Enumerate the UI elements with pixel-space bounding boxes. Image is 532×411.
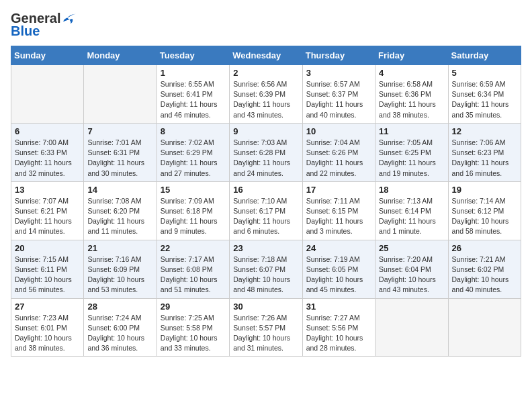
day-number: 26 (452, 243, 517, 253)
calendar-cell: 7Sunrise: 7:01 AM Sunset: 6:31 PM Daylig… (84, 123, 157, 181)
calendar-cell: 30Sunrise: 7:26 AM Sunset: 5:57 PM Dayli… (230, 298, 302, 357)
weekday-header-wednesday: Wednesday (230, 46, 302, 65)
weekday-header-tuesday: Tuesday (157, 46, 229, 65)
day-number: 13 (15, 185, 80, 195)
calendar-cell: 4Sunrise: 6:58 AM Sunset: 6:36 PM Daylig… (375, 65, 448, 124)
day-number: 22 (161, 243, 226, 253)
day-info: Sunrise: 6:57 AM Sunset: 6:37 PM Dayligh… (306, 79, 371, 120)
weekday-header-sunday: Sunday (11, 46, 84, 65)
day-number: 28 (87, 302, 152, 312)
calendar-cell (375, 298, 448, 357)
day-info: Sunrise: 7:04 AM Sunset: 6:26 PM Dayligh… (306, 138, 371, 179)
calendar-cell: 11Sunrise: 7:05 AM Sunset: 6:25 PM Dayli… (375, 123, 448, 181)
day-info: Sunrise: 6:59 AM Sunset: 6:34 PM Dayligh… (452, 79, 517, 120)
calendar-cell: 2Sunrise: 6:56 AM Sunset: 6:39 PM Daylig… (230, 65, 302, 124)
day-info: Sunrise: 7:18 AM Sunset: 6:07 PM Dayligh… (233, 255, 298, 295)
calendar-cell: 28Sunrise: 7:24 AM Sunset: 6:00 PM Dayli… (84, 298, 157, 357)
day-number: 5 (452, 68, 517, 78)
day-info: Sunrise: 7:07 AM Sunset: 6:21 PM Dayligh… (15, 196, 80, 237)
day-info: Sunrise: 7:19 AM Sunset: 6:05 PM Dayligh… (306, 255, 371, 295)
day-info: Sunrise: 7:08 AM Sunset: 6:20 PM Dayligh… (87, 196, 152, 237)
calendar-cell (448, 298, 521, 357)
day-number: 29 (161, 302, 226, 312)
calendar-cell: 3Sunrise: 6:57 AM Sunset: 6:37 PM Daylig… (302, 65, 375, 124)
logo: General Blue (11, 11, 77, 39)
day-info: Sunrise: 7:09 AM Sunset: 6:18 PM Dayligh… (161, 196, 226, 237)
day-number: 19 (452, 185, 517, 195)
calendar-cell: 21Sunrise: 7:16 AM Sunset: 6:09 PM Dayli… (84, 240, 157, 298)
day-info: Sunrise: 7:10 AM Sunset: 6:17 PM Dayligh… (233, 196, 298, 237)
day-number: 14 (87, 185, 152, 195)
day-number: 11 (379, 126, 444, 136)
calendar-cell: 9Sunrise: 7:03 AM Sunset: 6:28 PM Daylig… (230, 123, 302, 181)
calendar-cell: 25Sunrise: 7:20 AM Sunset: 6:04 PM Dayli… (375, 240, 448, 298)
calendar-cell: 19Sunrise: 7:14 AM Sunset: 6:12 PM Dayli… (448, 181, 521, 240)
day-number: 23 (233, 243, 298, 253)
day-number: 1 (161, 68, 226, 78)
day-number: 17 (306, 185, 371, 195)
day-info: Sunrise: 7:14 AM Sunset: 6:12 PM Dayligh… (452, 196, 517, 237)
day-number: 2 (233, 68, 298, 78)
calendar-cell: 18Sunrise: 7:13 AM Sunset: 6:14 PM Dayli… (375, 181, 448, 240)
page: General Blue SundayMondayTuesdayWednesda… (0, 0, 532, 367)
weekday-header-thursday: Thursday (302, 46, 375, 65)
day-info: Sunrise: 7:16 AM Sunset: 6:09 PM Dayligh… (87, 255, 152, 295)
calendar-week-1: 1Sunrise: 6:55 AM Sunset: 6:41 PM Daylig… (11, 65, 521, 124)
calendar-cell: 22Sunrise: 7:17 AM Sunset: 6:08 PM Dayli… (157, 240, 229, 298)
weekday-header-monday: Monday (84, 46, 157, 65)
day-number: 20 (15, 243, 80, 253)
calendar-week-4: 20Sunrise: 7:15 AM Sunset: 6:11 PM Dayli… (11, 240, 521, 298)
calendar-cell: 8Sunrise: 7:02 AM Sunset: 6:29 PM Daylig… (157, 123, 229, 181)
day-number: 16 (233, 185, 298, 195)
calendar-cell: 5Sunrise: 6:59 AM Sunset: 6:34 PM Daylig… (448, 65, 521, 124)
day-info: Sunrise: 7:20 AM Sunset: 6:04 PM Dayligh… (379, 255, 444, 295)
day-number: 30 (233, 302, 298, 312)
calendar-week-5: 27Sunrise: 7:23 AM Sunset: 6:01 PM Dayli… (11, 298, 521, 357)
day-number: 25 (379, 243, 444, 253)
day-info: Sunrise: 7:24 AM Sunset: 6:00 PM Dayligh… (87, 313, 152, 354)
day-number: 15 (161, 185, 226, 195)
day-info: Sunrise: 7:01 AM Sunset: 6:31 PM Dayligh… (87, 138, 152, 179)
calendar-cell: 17Sunrise: 7:11 AM Sunset: 6:15 PM Dayli… (302, 181, 375, 240)
day-number: 31 (306, 302, 371, 312)
calendar-cell (11, 65, 84, 124)
day-number: 10 (306, 126, 371, 136)
weekday-header-saturday: Saturday (448, 46, 521, 65)
day-number: 21 (87, 243, 152, 253)
calendar-cell: 20Sunrise: 7:15 AM Sunset: 6:11 PM Dayli… (11, 240, 84, 298)
day-info: Sunrise: 7:23 AM Sunset: 6:01 PM Dayligh… (15, 313, 80, 354)
day-info: Sunrise: 7:13 AM Sunset: 6:14 PM Dayligh… (379, 196, 444, 237)
day-number: 24 (306, 243, 371, 253)
day-info: Sunrise: 7:00 AM Sunset: 6:33 PM Dayligh… (15, 138, 80, 179)
calendar-cell: 29Sunrise: 7:25 AM Sunset: 5:58 PM Dayli… (157, 298, 229, 357)
day-info: Sunrise: 7:25 AM Sunset: 5:58 PM Dayligh… (161, 313, 226, 354)
calendar-cell: 16Sunrise: 7:10 AM Sunset: 6:17 PM Dayli… (230, 181, 302, 240)
day-info: Sunrise: 7:15 AM Sunset: 6:11 PM Dayligh… (15, 255, 80, 295)
logo-bird-icon (62, 11, 77, 26)
header: General Blue (11, 11, 521, 39)
calendar-cell (84, 65, 157, 124)
day-number: 27 (15, 302, 80, 312)
day-info: Sunrise: 6:56 AM Sunset: 6:39 PM Dayligh… (233, 79, 298, 120)
weekday-header-friday: Friday (375, 46, 448, 65)
day-info: Sunrise: 7:21 AM Sunset: 6:02 PM Dayligh… (452, 255, 517, 295)
calendar-cell: 26Sunrise: 7:21 AM Sunset: 6:02 PM Dayli… (448, 240, 521, 298)
calendar-body: 1Sunrise: 6:55 AM Sunset: 6:41 PM Daylig… (11, 65, 521, 357)
day-info: Sunrise: 7:06 AM Sunset: 6:23 PM Dayligh… (452, 138, 517, 179)
day-number: 3 (306, 68, 371, 78)
day-number: 7 (87, 126, 152, 136)
day-number: 6 (15, 126, 80, 136)
calendar-cell: 23Sunrise: 7:18 AM Sunset: 6:07 PM Dayli… (230, 240, 302, 298)
day-number: 12 (452, 126, 517, 136)
calendar-cell: 15Sunrise: 7:09 AM Sunset: 6:18 PM Dayli… (157, 181, 229, 240)
calendar-cell: 14Sunrise: 7:08 AM Sunset: 6:20 PM Dayli… (84, 181, 157, 240)
day-info: Sunrise: 7:17 AM Sunset: 6:08 PM Dayligh… (161, 255, 226, 295)
calendar-week-2: 6Sunrise: 7:00 AM Sunset: 6:33 PM Daylig… (11, 123, 521, 181)
day-info: Sunrise: 6:58 AM Sunset: 6:36 PM Dayligh… (379, 79, 444, 120)
day-info: Sunrise: 7:26 AM Sunset: 5:57 PM Dayligh… (233, 313, 298, 354)
day-info: Sunrise: 7:02 AM Sunset: 6:29 PM Dayligh… (161, 138, 226, 179)
calendar-cell: 24Sunrise: 7:19 AM Sunset: 6:05 PM Dayli… (302, 240, 375, 298)
day-info: Sunrise: 6:55 AM Sunset: 6:41 PM Dayligh… (161, 79, 226, 120)
day-info: Sunrise: 7:03 AM Sunset: 6:28 PM Dayligh… (233, 138, 298, 179)
calendar-header: SundayMondayTuesdayWednesdayThursdayFrid… (11, 46, 521, 65)
